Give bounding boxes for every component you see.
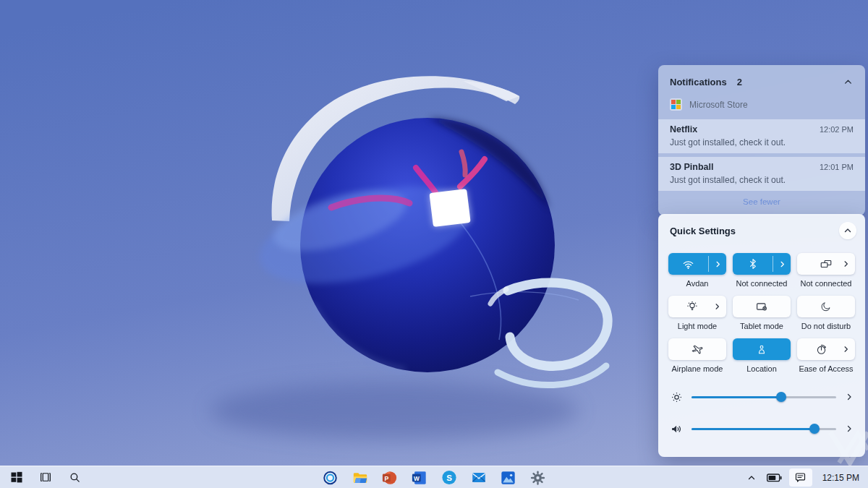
notification-group-app: Microsoft Store <box>689 100 748 110</box>
tablet-mode-label: Tablet mode <box>740 322 783 330</box>
wifi-tile[interactable] <box>668 253 726 275</box>
chevron-up-icon <box>747 474 756 482</box>
cortana-app-icon[interactable] <box>322 469 339 487</box>
chevron-right-icon <box>842 346 850 354</box>
notification-body: Just got installed, check it out. <box>670 137 854 147</box>
file-explorer-app-icon[interactable] <box>352 469 369 487</box>
brightness-expand-chevron[interactable] <box>843 393 855 401</box>
battery-button[interactable] <box>766 468 783 487</box>
location-label: Location <box>746 364 777 373</box>
connect-expand-chevron[interactable] <box>842 260 850 268</box>
moon-icon <box>820 301 832 312</box>
desktop: Notifications 2 Microsoft Store Netflix … <box>0 0 868 488</box>
do-not-disturb-label: Do not disturb <box>801 322 851 330</box>
connect-icon <box>819 257 833 270</box>
chevron-up-icon <box>843 77 853 87</box>
chevron-right-icon <box>845 393 854 401</box>
system-tray: 12:15 PM <box>743 466 864 488</box>
connect-tile[interactable] <box>797 253 855 275</box>
location-tile[interactable] <box>733 338 791 360</box>
chevron-up-icon <box>843 226 852 235</box>
search-button[interactable] <box>65 468 84 487</box>
quick-settings-header: Quick Settings <box>658 214 865 239</box>
bluetooth-label: Not connected <box>736 279 788 288</box>
wifi-expand-chevron[interactable] <box>709 260 726 268</box>
chevron-right-icon <box>845 424 854 433</box>
ease-of-access-label: Ease of Access <box>799 364 853 373</box>
do-not-disturb-tile[interactable] <box>797 296 855 317</box>
notification-item[interactable]: Netflix 12:02 PM Just got installed, che… <box>658 119 865 153</box>
notifications-title: Notifications <box>670 77 727 87</box>
powerpoint-app-icon[interactable]: P <box>381 469 399 487</box>
volume-expand-chevron[interactable] <box>843 424 855 433</box>
connect-label: Not connected <box>801 279 852 288</box>
taskbar-apps: P W S <box>322 466 547 488</box>
tray-overflow-button[interactable] <box>743 468 760 487</box>
word-app-icon[interactable]: W <box>411 469 428 487</box>
brightness-icon <box>670 390 684 404</box>
volume-slider-thumb[interactable] <box>809 424 820 434</box>
ease-of-access-expand-chevron[interactable] <box>842 346 850 354</box>
search-icon <box>69 471 81 484</box>
light-mode-tile[interactable] <box>668 296 726 317</box>
task-view-icon <box>39 471 52 484</box>
chevron-right-icon <box>778 260 786 268</box>
notifications-collapse-button[interactable] <box>841 74 855 89</box>
tablet-mode-tile[interactable] <box>733 296 791 317</box>
notification-time: 12:01 PM <box>820 163 854 171</box>
skype-app-icon[interactable]: S <box>441 469 458 487</box>
notification-time: 12:02 PM <box>820 125 854 134</box>
svg-text:P: P <box>384 474 388 481</box>
task-view-button[interactable] <box>36 468 55 487</box>
start-icon <box>11 471 22 483</box>
wifi-label: Avdan <box>686 279 709 288</box>
quick-settings-grid: Avdan Not connected <box>668 253 855 373</box>
notification-title: 3D Pinball <box>670 162 820 172</box>
action-center-icon <box>794 471 807 484</box>
lightbulb-icon <box>686 300 699 313</box>
photos-app-icon[interactable] <box>500 469 517 487</box>
quick-settings-collapse-button[interactable] <box>839 222 856 239</box>
airplane-mode-tile[interactable] <box>668 338 726 360</box>
light-mode-expand-chevron[interactable] <box>713 303 721 311</box>
notifications-header: Notifications 2 <box>658 65 865 89</box>
start-button[interactable] <box>7 468 26 487</box>
brightness-row <box>668 386 855 408</box>
taskbar: P W S <box>0 466 868 488</box>
notification-body: Just got installed, check it out. <box>670 175 854 185</box>
clock[interactable]: 12:15 PM <box>818 473 864 483</box>
mail-app-icon[interactable] <box>470 469 488 487</box>
light-mode-label: Light mode <box>678 322 717 330</box>
ease-of-access-tile[interactable] <box>797 338 855 360</box>
brightness-slider[interactable] <box>692 391 836 403</box>
svg-text:W: W <box>414 475 420 481</box>
bluetooth-tile[interactable] <box>733 253 791 275</box>
chevron-right-icon <box>842 260 850 268</box>
volume-icon <box>670 422 684 436</box>
wifi-icon <box>681 257 695 271</box>
notification-item[interactable]: 3D Pinball 12:01 PM Just got installed, … <box>658 157 865 191</box>
action-center-button[interactable] <box>789 468 812 487</box>
settings-app-icon[interactable] <box>529 469 547 487</box>
brightness-slider-thumb[interactable] <box>776 392 786 402</box>
battery-icon <box>767 474 782 482</box>
tablet-icon <box>754 300 769 313</box>
location-icon <box>756 343 767 356</box>
ease-of-access-icon <box>815 343 827 356</box>
see-fewer-link[interactable]: See fewer <box>658 197 865 206</box>
volume-slider[interactable] <box>692 423 836 435</box>
microsoft-store-icon <box>670 98 682 111</box>
notifications-panel: Notifications 2 Microsoft Store Netflix … <box>658 65 865 215</box>
notification-title: Netflix <box>670 124 820 134</box>
chevron-right-icon <box>713 303 721 311</box>
bluetooth-expand-chevron[interactable] <box>773 260 791 268</box>
volume-row <box>668 418 855 440</box>
bluetooth-icon <box>747 258 759 270</box>
svg-text:S: S <box>446 474 452 482</box>
notification-group-header[interactable]: Microsoft Store <box>658 98 865 111</box>
airplane-icon <box>691 343 704 356</box>
chevron-right-icon <box>714 260 722 268</box>
quick-settings-title: Quick Settings <box>670 226 839 236</box>
quick-settings-panel: Quick Settings <box>658 214 865 457</box>
notifications-count: 2 <box>737 77 742 87</box>
